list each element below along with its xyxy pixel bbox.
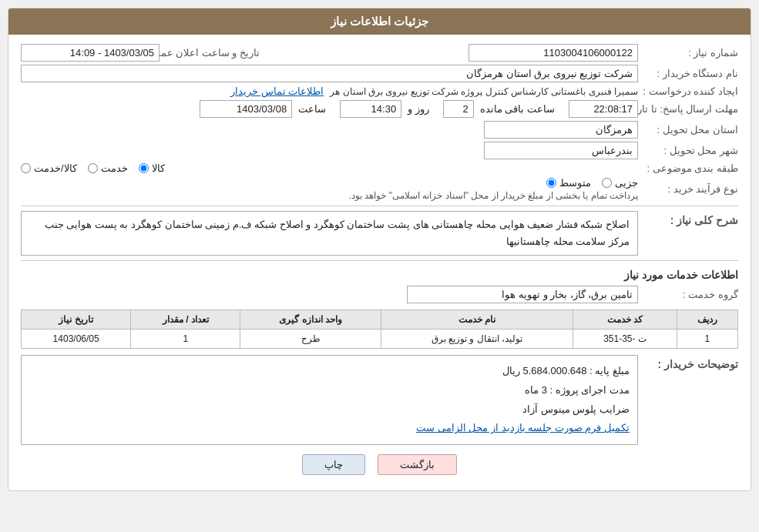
category-radio-goods-services[interactable] <box>21 163 31 173</box>
row-category: طبقه بندی موضوعی : کالا/خدمت خدمت کالا <box>21 162 738 174</box>
buyer-notes-line2: مدت اجرای پروژه : 3 ماه <box>29 381 630 400</box>
category-option-goods-label: کالا <box>152 162 165 174</box>
row-description: شرح کلی نیاز : اصلاح شبکه فشار ضعیف هوای… <box>21 211 738 256</box>
row-requester: ایجاد کننده درخواست : سمیرا فنبری باغستا… <box>21 85 738 97</box>
purchase-type-medium[interactable]: متوسط <box>546 177 591 189</box>
row-service-group: گروه خدمت : تامین برق، گاز، بخار و تهویه… <box>21 286 738 303</box>
main-card: جزئیات اطلاعات نیاز شماره نیاز : 1103004… <box>8 8 751 491</box>
buyer-notes-label: توضیحات خریدار : <box>638 355 738 370</box>
category-radio-goods[interactable] <box>139 163 149 173</box>
description-value: اصلاح شبکه فشار ضعیف هوایی محله چاهستانی… <box>21 211 638 256</box>
header-title: جزئیات اطلاعات نیاز <box>331 15 428 28</box>
table-row: 1 ت -35-351 تولید، انتقال و توزیع برق طر… <box>22 330 738 349</box>
category-option-service-label: خدمت <box>101 162 128 174</box>
purchase-type-partial[interactable]: جزیی <box>602 177 638 189</box>
col-quantity: تعداد / مقدار <box>131 310 240 330</box>
cell-row-num: 1 <box>677 330 737 349</box>
row-province: استان محل تحویل : هرمزگان <box>21 121 738 139</box>
time-label: ساعت <box>298 103 326 115</box>
page-title: جزئیات اطلاعات نیاز <box>8 8 751 35</box>
row-reference: شماره نیاز : 1103004106000122 تاریخ و سا… <box>21 44 738 62</box>
category-option-goods-services-label: کالا/خدمت <box>34 162 77 174</box>
back-button[interactable]: بازگشت <box>378 454 457 475</box>
buyer-notes-line3: ضرایب پلوس مینوس آزاد <box>29 400 630 420</box>
category-option-goods[interactable]: کالا <box>139 162 165 174</box>
purchase-type-radio-partial[interactable] <box>602 178 612 188</box>
separator-2 <box>21 260 738 261</box>
cell-unit: طرح <box>240 330 381 349</box>
requester-label: ایجاد کننده درخواست : <box>638 85 738 97</box>
requester-prefix: سمیرا فنبری باغستانی کارشناس کنترل پروژه… <box>330 86 638 97</box>
days-label: روز و <box>408 103 429 115</box>
service-group-label: گروه خدمت : <box>638 289 738 300</box>
buyer-org-value: شرکت توزیع نیروی برق استان هرمزگان <box>21 65 638 82</box>
response-remaining-value: 22:08:17 <box>569 100 638 118</box>
announcement-date-label: تاریخ و ساعت اعلان عمومی : <box>160 47 260 59</box>
purchase-type-medium-label: متوسط <box>559 177 591 189</box>
announcement-date-value: 1403/03/05 - 14:09 <box>21 44 160 62</box>
category-radio-service[interactable] <box>88 163 98 173</box>
response-days-value: 2 <box>443 100 474 118</box>
cell-quantity: 1 <box>131 330 240 349</box>
remaining-label: ساعت باقی مانده <box>480 103 555 115</box>
page-wrapper: جزئیات اطلاعات نیاز شماره نیاز : 1103004… <box>0 0 759 532</box>
row-purchase-type: نوع فرآیند خرید : متوسط جزیی پرداخت تمام… <box>21 177 738 201</box>
col-date: تاریخ نیاز <box>22 310 131 330</box>
col-service-code: کد خدمت <box>573 310 677 330</box>
purchase-type-radio-group: متوسط جزیی <box>21 177 638 189</box>
buyer-notes-content: مبلغ پایه : 5.684.000.648 ریال مدت اجرای… <box>21 355 638 445</box>
response-date-value: 1403/03/08 <box>200 100 292 118</box>
services-section-title: اطلاعات خدمات مورد نیاز <box>21 269 738 281</box>
row-buyer-org: نام دستگاه خریدار : شرکت توزیع نیروی برق… <box>21 65 738 82</box>
purchase-type-partial-label: جزیی <box>615 177 638 189</box>
requester-link[interactable]: اطلاعات تماس خریدار <box>230 85 324 97</box>
reference-number-label: شماره نیاز : <box>638 47 738 59</box>
purchase-type-note: پرداخت تمام یا بخشی از مبلغ خریدار از مح… <box>21 190 638 201</box>
buyer-org-label: نام دستگاه خریدار : <box>638 68 738 79</box>
separator-1 <box>21 206 738 206</box>
province-value: هرمزگان <box>484 121 638 139</box>
col-service-name: نام خدمت <box>381 310 573 330</box>
purchase-type-label: نوع فرآیند خرید : <box>638 183 738 195</box>
buyer-notes-line4-link[interactable]: تکمیل فرم صورت جلسه بازدید از محل الزامی… <box>416 422 630 433</box>
city-label: شهر محل تحویل : <box>638 145 738 156</box>
print-button[interactable]: چاپ <box>302 454 365 475</box>
col-unit: واحد اندازه گیری <box>240 310 381 330</box>
buyer-notes-line4: تکمیل فرم صورت جلسه بازدید از محل الزامی… <box>29 419 630 438</box>
purchase-type-radio-medium[interactable] <box>546 178 556 188</box>
category-label: طبقه بندی موضوعی : <box>638 162 738 174</box>
row-buyer-notes: توضیحات خریدار : مبلغ پایه : 5.684.000.6… <box>21 355 738 445</box>
province-label: استان محل تحویل : <box>638 124 738 136</box>
response-date-label: مهلت ارسال پاسخ: تا تاریخ : <box>638 103 738 115</box>
category-radio-group: کالا/خدمت خدمت کالا <box>21 162 638 174</box>
row-city: شهر محل تحویل : بندرعباس <box>21 142 738 159</box>
service-group-value: تامین برق، گاز، بخار و تهویه هوا <box>407 286 638 303</box>
cell-service-code: ت -35-351 <box>573 330 677 349</box>
category-option-service[interactable]: خدمت <box>88 162 128 174</box>
buyer-notes-line1: مبلغ پایه : 5.684.000.648 ریال <box>29 362 630 381</box>
city-value: بندرعباس <box>484 142 638 159</box>
response-time-value: 14:30 <box>340 100 401 118</box>
services-table: ردیف کد خدمت نام خدمت واحد اندازه گیری ت… <box>21 309 738 349</box>
col-row-num: ردیف <box>677 310 737 330</box>
cell-date: 1403/06/05 <box>22 330 131 349</box>
cell-service-name: تولید، انتقال و توزیع برق <box>381 330 573 349</box>
row-response-date: مهلت ارسال پاسخ: تا تاریخ : 1403/03/08 س… <box>21 100 738 118</box>
button-row: بازگشت چاپ <box>21 454 738 475</box>
description-label: شرح کلی نیاز : <box>638 211 738 226</box>
category-option-goods-services[interactable]: کالا/خدمت <box>21 162 77 174</box>
reference-number-value: 1103004106000122 <box>468 44 638 62</box>
card-body: شماره نیاز : 1103004106000122 تاریخ و سا… <box>8 35 751 490</box>
